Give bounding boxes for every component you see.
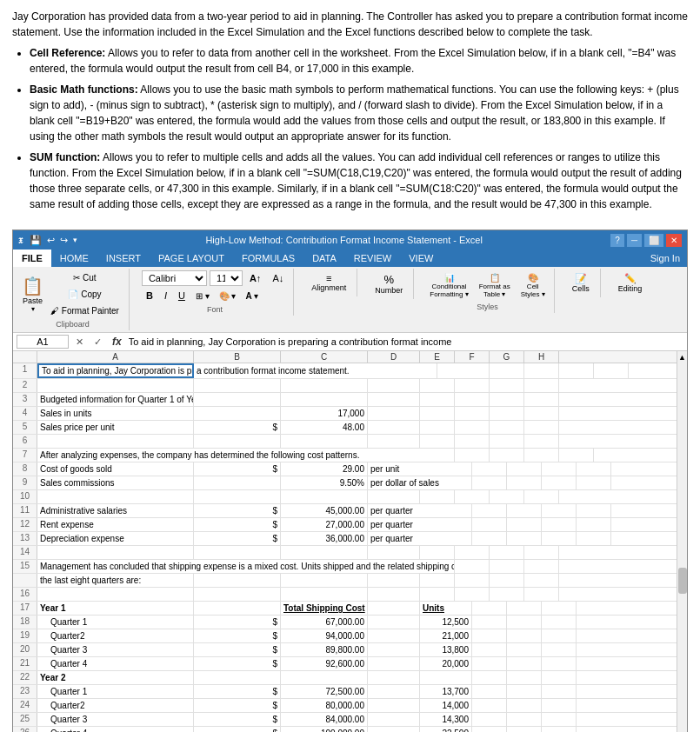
scroll-up-arrow[interactable]: ▲ bbox=[678, 353, 686, 362]
cell-e14[interactable] bbox=[420, 546, 455, 559]
cell-b17[interactable] bbox=[194, 602, 281, 615]
copy-button[interactable]: 📄 Copy bbox=[46, 287, 123, 302]
cell-f15[interactable] bbox=[455, 560, 490, 573]
border-button[interactable]: ⊞ ▾ bbox=[192, 289, 213, 303]
italic-button[interactable]: I bbox=[160, 288, 171, 303]
quick-access-redo[interactable]: ↪ bbox=[60, 235, 68, 246]
cell-h3[interactable] bbox=[524, 393, 559, 406]
cell-f5[interactable] bbox=[455, 421, 490, 434]
underline-button[interactable]: U bbox=[174, 288, 190, 303]
cell-e12[interactable] bbox=[472, 518, 507, 531]
cell-f6[interactable] bbox=[455, 435, 490, 448]
cell-b15c[interactable] bbox=[194, 574, 281, 587]
cell-b22[interactable] bbox=[194, 671, 281, 684]
cell-e15c[interactable] bbox=[420, 574, 455, 587]
cell-h15[interactable] bbox=[524, 560, 559, 573]
col-header-h[interactable]: H bbox=[524, 351, 559, 363]
cell-b13[interactable]: $ bbox=[194, 532, 281, 545]
cell-a3[interactable]: Budgeted information for Quarter 1 of Ye… bbox=[37, 393, 194, 406]
cell-a4[interactable]: Sales in units bbox=[37, 407, 194, 420]
cell-h13[interactable] bbox=[577, 532, 611, 545]
cell-e19[interactable]: 21,000 bbox=[420, 629, 472, 642]
cell-e8[interactable] bbox=[472, 462, 507, 476]
tab-file[interactable]: FILE bbox=[13, 250, 51, 267]
format-painter-button[interactable]: 🖌 Format Painter bbox=[46, 303, 123, 318]
cell-d23[interactable] bbox=[368, 685, 420, 698]
cell-d20[interactable] bbox=[368, 643, 420, 656]
cell-g6[interactable] bbox=[490, 435, 524, 448]
cell-f17[interactable] bbox=[472, 602, 507, 615]
minimize-icon[interactable]: ─ bbox=[627, 234, 642, 247]
cell-f11[interactable] bbox=[507, 504, 542, 517]
tab-review[interactable]: REVIEW bbox=[345, 250, 400, 267]
cell-f10[interactable] bbox=[455, 490, 490, 503]
cell-h14[interactable] bbox=[524, 546, 559, 559]
cell-f26[interactable] bbox=[472, 727, 507, 732]
cell-b18[interactable]: $ bbox=[194, 616, 281, 629]
cell-h10[interactable] bbox=[524, 490, 559, 503]
cell-b16[interactable] bbox=[194, 588, 281, 601]
cell-g21[interactable] bbox=[507, 657, 542, 670]
cell-d19[interactable] bbox=[368, 629, 420, 642]
formula-input[interactable] bbox=[129, 336, 683, 347]
cell-c14[interactable] bbox=[281, 546, 368, 559]
number-button[interactable]: % Number bbox=[370, 270, 408, 297]
cell-g22[interactable] bbox=[507, 671, 542, 684]
help-icon[interactable]: ? bbox=[610, 234, 624, 247]
cell-e20[interactable]: 13,800 bbox=[420, 643, 472, 656]
cell-a19[interactable]: Quarter2 bbox=[37, 629, 194, 642]
cell-h12[interactable] bbox=[577, 518, 611, 531]
cell-g26[interactable] bbox=[507, 727, 542, 732]
cell-c16[interactable] bbox=[281, 588, 368, 601]
cell-g4[interactable] bbox=[490, 407, 524, 420]
cell-a2[interactable] bbox=[37, 379, 194, 392]
quick-access-dropdown[interactable]: ▾ bbox=[73, 236, 77, 244]
cell-b21[interactable]: $ bbox=[194, 657, 281, 670]
cell-b5[interactable]: $ bbox=[194, 421, 281, 434]
cell-f24[interactable] bbox=[472, 699, 507, 712]
cell-d9[interactable]: per dollar of sales bbox=[368, 476, 472, 489]
cell-a24[interactable]: Quarter2 bbox=[37, 699, 194, 712]
cell-h15c[interactable] bbox=[524, 574, 559, 587]
cells-button[interactable]: 📝 Cells bbox=[567, 270, 595, 296]
paste-dropdown[interactable]: ▾ bbox=[31, 305, 35, 313]
cell-a14[interactable] bbox=[37, 546, 194, 559]
cell-d8[interactable]: per unit bbox=[368, 462, 472, 476]
cell-c26[interactable]: 100,000.00 bbox=[281, 727, 368, 732]
cell-c19[interactable]: 94,000.00 bbox=[281, 629, 368, 642]
tab-formulas[interactable]: FORMULAS bbox=[233, 250, 303, 267]
cell-h24[interactable] bbox=[542, 699, 577, 712]
cell-f4[interactable] bbox=[455, 407, 490, 420]
cell-g23[interactable] bbox=[507, 685, 542, 698]
cell-e18[interactable]: 12,500 bbox=[420, 616, 472, 629]
cell-h17[interactable] bbox=[542, 602, 577, 615]
cell-d12[interactable]: per quarter bbox=[368, 518, 472, 531]
cell-c23[interactable]: 72,500.00 bbox=[281, 685, 368, 698]
cell-h25[interactable] bbox=[542, 713, 577, 726]
cell-c5[interactable]: 48.00 bbox=[281, 421, 368, 434]
cell-g16[interactable] bbox=[490, 588, 524, 601]
cell-g12[interactable] bbox=[542, 518, 577, 531]
cell-g18[interactable] bbox=[507, 616, 542, 629]
bold-button[interactable]: B bbox=[142, 288, 157, 303]
cell-d26[interactable] bbox=[368, 727, 420, 732]
cell-d11[interactable]: per quarter bbox=[368, 504, 472, 517]
increase-font-button[interactable]: A↑ bbox=[245, 270, 265, 286]
cell-b20[interactable]: $ bbox=[194, 643, 281, 656]
cell-h9[interactable] bbox=[577, 476, 611, 489]
cell-b12[interactable]: $ bbox=[194, 518, 281, 531]
cell-f9[interactable] bbox=[507, 476, 542, 489]
cell-a7[interactable]: After analyzing expenses, the company ha… bbox=[37, 449, 455, 462]
format-as-table-button[interactable]: 📋 Format asTable ▾ bbox=[476, 270, 514, 301]
cell-d24[interactable] bbox=[368, 699, 420, 712]
cell-f23[interactable] bbox=[472, 685, 507, 698]
cell-e26[interactable]: 22,500 bbox=[420, 727, 472, 732]
cell-f7[interactable] bbox=[490, 449, 524, 462]
conditional-formatting-button[interactable]: 📊 ConditionalFormatting ▾ bbox=[426, 270, 471, 301]
cell-f21[interactable] bbox=[472, 657, 507, 670]
cell-e23[interactable]: 13,700 bbox=[420, 685, 472, 698]
cell-b25[interactable]: $ bbox=[194, 713, 281, 726]
cell-e3[interactable] bbox=[420, 393, 455, 406]
cell-h21[interactable] bbox=[542, 657, 577, 670]
cell-c21[interactable]: 92,600.00 bbox=[281, 657, 368, 670]
